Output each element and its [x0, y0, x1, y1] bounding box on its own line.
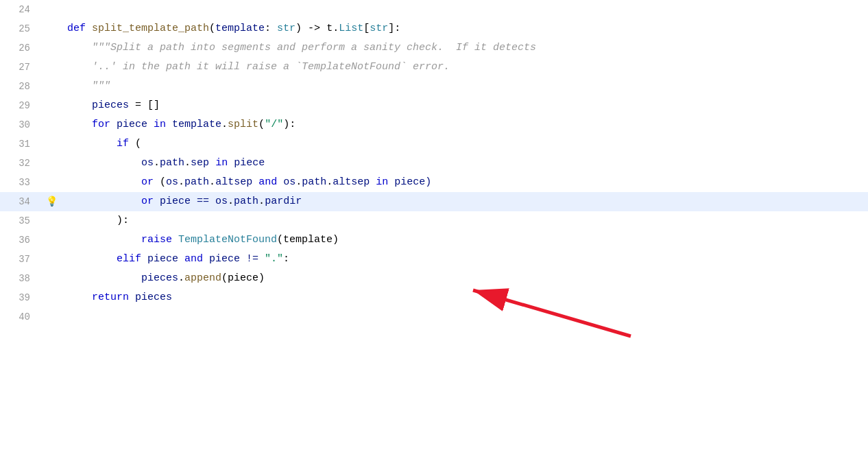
line-gutter-37	[41, 250, 62, 269]
code-line-30: 30 for piece in template.split("/"):	[0, 115, 868, 134]
line-content-33: or (os.path.altsep and os.path.altsep in…	[62, 173, 868, 192]
line-number-33: 33	[0, 173, 41, 192]
line-number-30: 30	[0, 115, 41, 134]
line-gutter-28	[41, 77, 62, 96]
line-content-37: elif piece and piece != ".":	[62, 250, 868, 269]
line-content-25: def split_template_path(template: str) -…	[62, 19, 868, 38]
line-gutter-34: 💡	[41, 192, 62, 211]
line-number-29: 29	[0, 96, 41, 115]
line-gutter-24	[41, 0, 62, 19]
code-line-27: 27 '..' in the path it will raise a `Tem…	[0, 58, 868, 77]
line-content-26: """Split a path into segments and perfor…	[62, 38, 868, 58]
code-line-36: 36 raise TemplateNotFound(template)	[0, 231, 868, 250]
code-line-33: 33 or (os.path.altsep and os.path.altsep…	[0, 173, 868, 192]
code-line-38: 38 pieces.append(piece)	[0, 269, 868, 288]
line-number-32: 32	[0, 154, 41, 173]
line-gutter-40	[41, 307, 62, 327]
line-number-34: 34	[0, 192, 41, 211]
lightbulb-icon[interactable]: 💡	[46, 194, 58, 209]
line-content-36: raise TemplateNotFound(template)	[62, 231, 868, 250]
code-line-31: 31 if (	[0, 134, 868, 154]
code-line-40: 40	[0, 307, 868, 327]
line-content-27: '..' in the path it will raise a `Templa…	[62, 58, 868, 77]
line-number-31: 31	[0, 134, 41, 154]
line-number-27: 27	[0, 58, 41, 77]
line-gutter-29	[41, 96, 62, 115]
line-gutter-38	[41, 269, 62, 288]
line-gutter-27	[41, 58, 62, 77]
code-line-32: 32 os.path.sep in piece	[0, 154, 868, 173]
line-content-31: if (	[62, 134, 868, 154]
line-gutter-32	[41, 154, 62, 173]
line-content-38: pieces.append(piece)	[62, 269, 868, 288]
code-line-28: 28 """	[0, 77, 868, 96]
code-line-34: 34💡 or piece == os.path.pardir	[0, 192, 868, 211]
line-gutter-26	[41, 38, 62, 58]
line-content-39: return pieces	[62, 288, 868, 307]
code-line-37: 37 elif piece and piece != ".":	[0, 250, 868, 269]
line-number-39: 39	[0, 288, 41, 307]
line-content-24	[62, 0, 868, 19]
line-gutter-31	[41, 134, 62, 154]
line-number-25: 25	[0, 19, 41, 38]
line-number-35: 35	[0, 211, 41, 231]
line-number-26: 26	[0, 38, 41, 58]
code-line-29: 29 pieces = []	[0, 96, 868, 115]
code-line-24: 24	[0, 0, 868, 19]
code-line-26: 26 """Split a path into segments and per…	[0, 38, 868, 58]
line-content-32: os.path.sep in piece	[62, 154, 868, 173]
line-number-28: 28	[0, 77, 41, 96]
line-number-38: 38	[0, 269, 41, 288]
line-gutter-39	[41, 288, 62, 307]
code-line-35: 35 ):	[0, 211, 868, 231]
line-content-35: ):	[62, 211, 868, 231]
line-content-30: for piece in template.split("/"):	[62, 115, 868, 134]
line-gutter-35	[41, 211, 62, 231]
line-content-29: pieces = []	[62, 96, 868, 115]
code-line-39: 39 return pieces	[0, 288, 868, 307]
line-gutter-30	[41, 115, 62, 134]
code-lines: 2425def split_template_path(template: st…	[0, 0, 868, 327]
line-content-28: """	[62, 77, 868, 96]
line-number-40: 40	[0, 307, 41, 327]
line-number-37: 37	[0, 250, 41, 269]
line-number-24: 24	[0, 0, 41, 19]
code-line-25: 25def split_template_path(template: str)…	[0, 19, 868, 38]
line-gutter-36	[41, 231, 62, 250]
line-number-36: 36	[0, 231, 41, 250]
line-gutter-25	[41, 19, 62, 38]
line-gutter-33	[41, 173, 62, 192]
line-content-40	[62, 307, 868, 327]
line-content-34: or piece == os.path.pardir	[62, 192, 868, 211]
code-editor: 2425def split_template_path(template: st…	[0, 0, 868, 472]
